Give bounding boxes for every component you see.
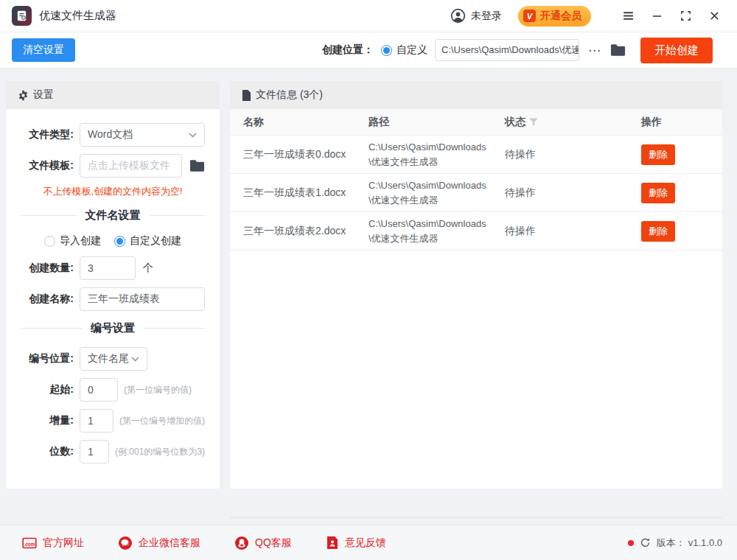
user-avatar-icon <box>450 8 466 24</box>
template-upload-input[interactable]: 点击上传模板文件 <box>80 154 182 178</box>
output-path-input[interactable]: C:\Users\Qasim\Downloads\优速文件生成器 <box>435 39 579 61</box>
more-options-icon[interactable]: ⋯ <box>587 43 603 58</box>
qq-service-link[interactable]: QQ客服 <box>234 536 292 550</box>
update-dot-icon <box>628 540 634 546</box>
increment-row: 增量: 1 (第一位编号增加的值) <box>21 409 205 433</box>
table-header: 名称 路径 状态 操作 <box>230 109 722 136</box>
number-position-select[interactable]: 文件名尾 <box>80 347 147 371</box>
filename-section-divider: 文件名设置 <box>21 209 205 223</box>
files-panel: 文件信息 (3个) 名称 路径 状态 操作 三年一班成绩表0.docx C:\U… <box>230 81 722 489</box>
app-logo-icon <box>12 6 32 26</box>
custom-location-radio[interactable]: 自定义 <box>381 43 427 57</box>
feedback-link[interactable]: 意见反馈 <box>326 536 386 550</box>
create-name-row: 创建名称: 三年一班成绩表 <box>21 287 205 311</box>
numbering-section-title: 编号设置 <box>91 321 135 335</box>
open-vip-button[interactable]: V 开通会员 <box>518 6 591 27</box>
footer: .com 官方网址 企业微信客服 QQ客服 意见反馈 <box>0 525 737 560</box>
login-area[interactable]: 未登录 <box>450 8 502 24</box>
custom-create-radio[interactable]: 自定义创建 <box>114 234 181 248</box>
radio-selected-icon[interactable] <box>114 236 125 247</box>
svg-text:.com: .com <box>24 541 35 546</box>
column-status: 状态 <box>505 116 641 129</box>
file-path: C:\Users\Qasim\Downloads\优速文件生成器 <box>368 212 505 250</box>
delete-button[interactable]: 删除 <box>641 144 675 165</box>
feedback-label: 意见反馈 <box>345 536 386 550</box>
settings-panel-header: 设置 <box>6 81 220 109</box>
column-status-label: 状态 <box>505 116 525 129</box>
chevron-down-icon <box>131 357 139 362</box>
wechat-service-label: 企业微信客服 <box>139 536 200 550</box>
template-row: 文件模板: 点击上传模板文件 <box>21 154 205 178</box>
title-bar: 优速文件生成器 未登录 V 开通会员 <box>0 0 737 32</box>
template-warning-text: 不上传模板,创建的文件内容为空! <box>21 185 205 198</box>
wechat-service-link[interactable]: 企业微信客服 <box>118 536 200 550</box>
files-panel-header: 文件信息 (3个) <box>230 81 722 109</box>
create-count-row: 创建数量: 3 个 <box>21 256 205 280</box>
minimize-button[interactable] <box>646 5 668 27</box>
number-position-label: 编号位置: <box>21 352 74 365</box>
file-name: 三年一班成绩表0.docx <box>243 148 368 161</box>
create-name-input[interactable]: 三年一班成绩表 <box>80 287 205 311</box>
settings-form: 文件类型: Word文档 文件模板: 点击上传模板文件 不上传模板,创建的文件内… <box>6 109 220 463</box>
digits-hint: (例:001的编号位数为3) <box>115 446 205 458</box>
start-create-button[interactable]: 开始创建 <box>640 38 713 63</box>
filename-section-title: 文件名设置 <box>85 209 141 223</box>
browse-folder-icon[interactable] <box>610 43 626 57</box>
file-status: 待操作 <box>505 186 641 200</box>
file-path: C:\Users\Qasim\Downloads\优速文件生成器 <box>368 136 505 173</box>
file-type-value: Word文档 <box>88 128 133 141</box>
clear-settings-button[interactable]: 清空设置 <box>12 38 75 62</box>
column-path: 路径 <box>368 116 505 129</box>
qq-service-label: QQ客服 <box>255 536 292 550</box>
table-row: 三年一班成绩表1.docx C:\Users\Qasim\Downloads\优… <box>230 174 722 212</box>
refresh-icon[interactable] <box>640 537 651 548</box>
digits-input[interactable]: 1 <box>80 440 109 463</box>
maximize-button[interactable] <box>674 5 696 27</box>
digits-label: 位数: <box>21 445 74 458</box>
official-website-label: 官方网址 <box>43 536 84 550</box>
custom-location-label: 自定义 <box>397 43 427 57</box>
login-status[interactable]: 未登录 <box>471 10 502 23</box>
increment-label: 增量: <box>21 414 74 427</box>
create-count-input[interactable]: 3 <box>80 256 136 280</box>
official-website-link[interactable]: .com 官方网址 <box>22 536 84 550</box>
create-location-label: 创建位置： <box>322 43 374 57</box>
vip-icon: V <box>523 10 536 22</box>
number-position-value: 文件名尾 <box>88 352 129 365</box>
file-name: 三年一班成绩表2.docx <box>243 225 368 238</box>
import-create-radio[interactable]: 导入创建 <box>44 234 101 248</box>
wechat-icon <box>118 536 133 550</box>
start-number-input[interactable]: 0 <box>80 378 118 402</box>
digits-row: 位数: 1 (例:001的编号位数为3) <box>21 440 205 463</box>
feedback-icon <box>326 536 339 550</box>
filter-icon[interactable] <box>529 118 538 126</box>
file-name: 三年一班成绩表1.docx <box>243 186 368 200</box>
version-label: 版本： <box>657 536 685 550</box>
version-value: v1.1.0.0 <box>688 537 722 548</box>
file-status: 待操作 <box>505 225 641 238</box>
vip-label: 开通会员 <box>540 10 581 23</box>
start-number-hint: (第一位编号的值) <box>124 384 192 396</box>
file-path: C:\Users\Qasim\Downloads\优速文件生成器 <box>368 174 505 211</box>
increment-input[interactable]: 1 <box>80 409 113 433</box>
start-number-row: 起始: 0 (第一位编号的值) <box>21 378 205 402</box>
increment-hint: (第一位编号增加的值) <box>119 415 205 427</box>
chevron-down-icon <box>189 133 197 138</box>
file-type-select[interactable]: Word文档 <box>80 123 205 147</box>
app-title: 优速文件生成器 <box>39 9 116 23</box>
delete-button[interactable]: 删除 <box>641 221 675 242</box>
gear-icon <box>18 90 29 101</box>
divider <box>230 517 722 518</box>
template-folder-icon[interactable] <box>189 159 205 172</box>
close-button[interactable] <box>703 5 725 27</box>
delete-button[interactable]: 删除 <box>641 183 675 203</box>
menu-icon[interactable] <box>617 5 639 27</box>
create-location-group: 创建位置： 自定义 C:\Users\Qasim\Downloads\优速文件生… <box>322 38 713 63</box>
import-create-label: 导入创建 <box>60 234 101 248</box>
create-name-label: 创建名称: <box>21 293 74 306</box>
file-type-row: 文件类型: Word文档 <box>21 123 205 147</box>
radio-selected-icon[interactable] <box>381 45 392 56</box>
radio-unselected-icon[interactable] <box>44 236 55 247</box>
create-count-label: 创建数量: <box>21 262 74 275</box>
version-area: 版本：v1.1.0.0 <box>628 536 722 550</box>
